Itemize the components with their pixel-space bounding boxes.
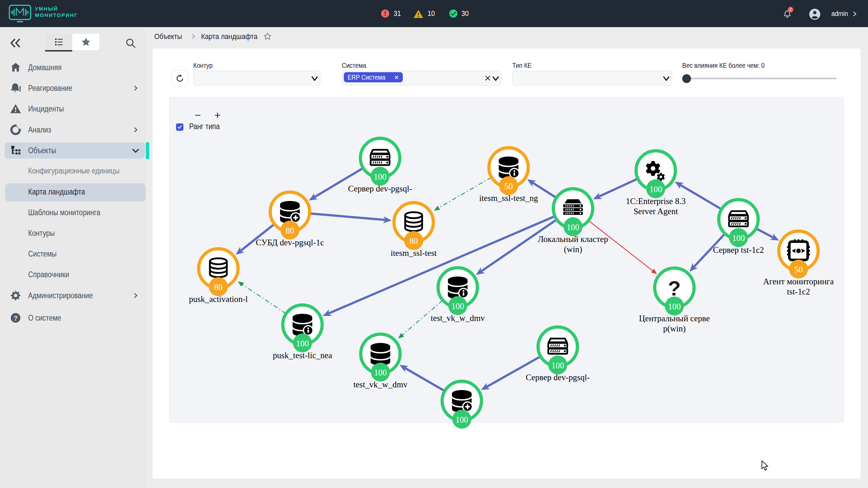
svg-text:80: 80 (410, 237, 418, 246)
svg-text:50: 50 (794, 265, 803, 274)
svg-text:Сервер dev-pgsql-: Сервер dev-pgsql- (526, 373, 590, 382)
svg-text:100: 100 (551, 361, 564, 370)
svg-text:Сервер tst-1c2: Сервер tst-1c2 (713, 245, 764, 255)
svg-text:100: 100 (451, 302, 464, 311)
svg-text:100: 100 (668, 302, 681, 311)
svg-text:Сервер dev-pgsql-: Сервер dev-pgsql- (348, 184, 412, 193)
svg-text:Агент мониторинга: Агент мониторинга (763, 277, 834, 286)
svg-text:?: ? (668, 277, 681, 300)
svg-text:100: 100 (455, 415, 468, 424)
svg-text:80: 80 (286, 226, 294, 235)
svg-text:pusk_activation-l: pusk_activation-l (189, 294, 248, 304)
svg-text:100: 100 (732, 233, 745, 243)
svg-text:itesm_ssl-test_ng: itesm_ssl-test_ng (479, 194, 538, 203)
svg-text:itesm_ssl-test: itesm_ssl-test (391, 248, 437, 258)
svg-text:100: 100 (374, 172, 387, 181)
svg-text:test_vk_w_dmv: test_vk_w_dmv (431, 313, 485, 323)
svg-text:(win): (win) (564, 245, 582, 254)
svg-text:?: ? (14, 314, 18, 322)
svg-text:80: 80 (214, 283, 223, 292)
svg-text:СУБД dev-pgsql-1c: СУБД dev-pgsql-1c (256, 238, 324, 247)
svg-text:р(win): р(win) (663, 324, 686, 333)
svg-text:Server Agent: Server Agent (633, 207, 678, 216)
svg-text:100: 100 (649, 185, 662, 194)
svg-text:Локальный кластер: Локальный кластер (538, 235, 608, 244)
svg-text:50: 50 (505, 182, 513, 191)
svg-text:tst-1c2: tst-1c2 (787, 287, 810, 296)
svg-text:100: 100 (567, 223, 579, 232)
svg-text:pusk_test-lic_nea: pusk_test-lic_nea (273, 351, 332, 360)
svg-text:Центральный серве: Центральный серве (639, 314, 710, 323)
svg-text:1C:Enterprise 8.3: 1C:Enterprise 8.3 (626, 197, 686, 206)
svg-text:test_vk_w_dmv: test_vk_w_dmv (353, 380, 408, 389)
svg-text:100: 100 (296, 339, 309, 348)
svg-text:100: 100 (374, 368, 387, 377)
